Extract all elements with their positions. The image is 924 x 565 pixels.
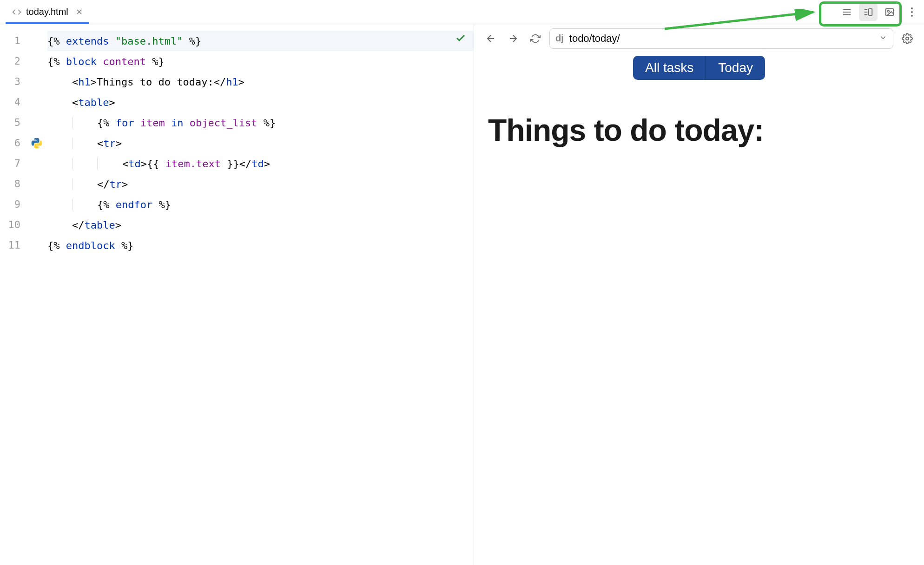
nav-today-button[interactable]: Today [706,56,765,80]
svg-point-9 [887,10,889,12]
line-number: 9 [0,194,26,215]
line-number: 2 [0,51,26,72]
svg-point-10 [34,139,35,140]
line-number: 4 [0,92,26,112]
reload-button[interactable] [527,30,544,47]
line-number: 10 [0,215,26,235]
preview-body: All tasks Today Things to do today: [474,53,924,565]
editor-pane: 1 2 3 4 5 6 7 8 9 10 11 {% extends "base… [0,24,474,565]
code-file-icon [12,7,21,17]
view-mode-split-button[interactable] [859,3,878,21]
preview-nav-buttons: All tasks Today [488,56,910,80]
address-bar[interactable]: dj todo/today/ [549,28,893,49]
tab-label: today.html [26,7,68,17]
address-url: todo/today/ [569,33,873,45]
line-number: 1 [0,31,26,51]
line-number: 11 [0,235,26,256]
editor-tab-bar: today.html ✕ [0,0,924,24]
code-text-area[interactable]: {% extends "base.html" %} {% block conte… [47,24,474,256]
line-number: 5 [0,112,26,133]
nav-all-tasks-button[interactable]: All tasks [633,56,706,80]
preview-settings-button[interactable] [899,30,916,47]
nav-forward-button[interactable] [505,30,521,47]
view-mode-preview-only-button[interactable] [880,3,899,21]
tab-more-menu-button[interactable] [906,7,917,17]
preview-pane: dj todo/today/ All tasks Today Things to… [474,24,924,565]
inspection-ok-icon[interactable] [455,33,466,46]
python-icon [31,133,43,153]
svg-rect-7 [869,8,872,15]
line-number: 8 [0,174,26,194]
preview-toolbar: dj todo/today/ [474,24,924,53]
close-icon[interactable]: ✕ [76,7,83,17]
line-number: 7 [0,153,26,174]
kebab-icon [911,7,913,17]
tab-today-html[interactable]: today.html ✕ [6,0,89,24]
preview-heading: Things to do today: [488,112,910,148]
line-number-gutter: 1 2 3 4 5 6 7 8 9 10 11 [0,24,26,256]
chevron-down-icon[interactable] [879,33,887,44]
split-view: 1 2 3 4 5 6 7 8 9 10 11 {% extends "base… [0,24,924,565]
svg-point-11 [38,146,39,147]
line-number: 6 [0,133,26,153]
django-icon-label: dj [555,33,564,44]
line-number: 3 [0,72,26,92]
svg-point-14 [906,37,909,40]
nav-back-button[interactable] [482,30,499,47]
view-mode-editor-only-button[interactable] [838,3,856,21]
